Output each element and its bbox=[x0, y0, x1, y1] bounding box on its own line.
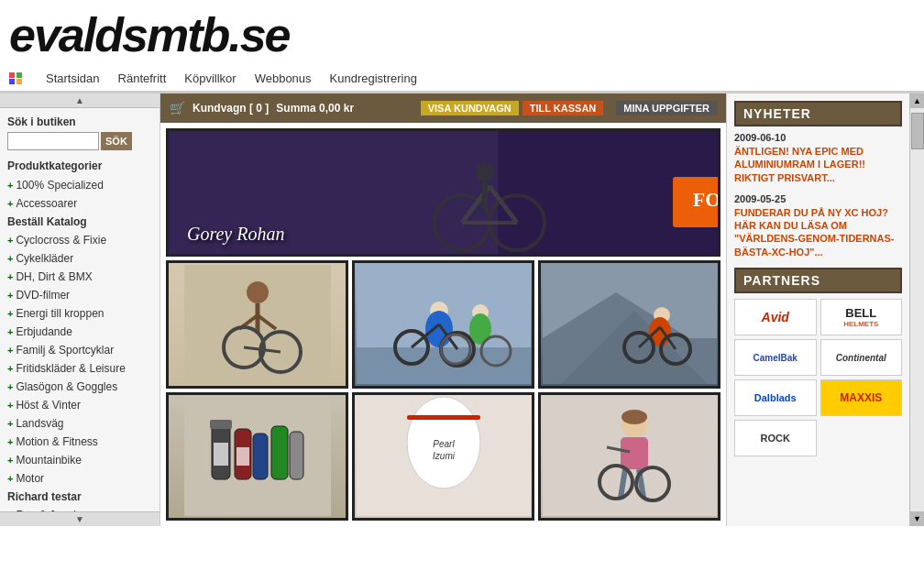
right-sidebar: NYHETER 2009-06-10 ÄNTLIGEN! NYA EPIC ME… bbox=[726, 93, 909, 526]
nav-kopvillkor[interactable]: Köpvillkor bbox=[184, 71, 236, 85]
sidebar-scroll-up[interactable]: ▲ bbox=[0, 93, 160, 108]
cart-label: Kundvagn [ 0 ] bbox=[192, 102, 269, 115]
biker-air-svg bbox=[184, 265, 331, 384]
image-pearl-izumi[interactable]: Pearl Izumi bbox=[352, 392, 534, 521]
news-date-1: 2009-06-10 bbox=[734, 132, 902, 143]
cat-richard-testar[interactable]: Richard testar bbox=[0, 488, 160, 506]
image-woman-bike[interactable] bbox=[538, 392, 720, 521]
svg-text:Izumi: Izumi bbox=[433, 451, 456, 461]
cat-motion-fitness[interactable]: +Motion & Fitness bbox=[0, 433, 160, 451]
cat-accessoarer[interactable]: +Accessoarer bbox=[0, 194, 160, 213]
svg-text:Pearl: Pearl bbox=[433, 439, 455, 449]
search-label: Sök i butiken bbox=[7, 115, 152, 128]
partner-camelbak[interactable]: CamelBak bbox=[734, 339, 817, 376]
nav-kundregistrering[interactable]: Kundregistrering bbox=[330, 71, 417, 85]
image-mountain-bike[interactable] bbox=[538, 260, 720, 389]
image-road-racing[interactable] bbox=[352, 260, 534, 389]
search-button[interactable]: SÖK bbox=[101, 132, 132, 150]
scroll-down-arrow: ▼ bbox=[75, 514, 84, 524]
cat-cykelklader[interactable]: +Cykelkläder bbox=[0, 249, 160, 268]
cat-bestall-katalog[interactable]: Beställ Katalog bbox=[0, 213, 160, 231]
cat-host-vinter[interactable]: +Höst & Vinter bbox=[0, 396, 160, 414]
partner-continental[interactable]: Continental bbox=[820, 339, 903, 376]
site-header: evaldsmtb.se bbox=[0, 0, 924, 66]
cat-dh-dirt-bmx[interactable]: +DH, Dirt & BMX bbox=[0, 268, 160, 286]
road-racing-svg bbox=[357, 265, 531, 384]
scroll-track bbox=[910, 108, 924, 511]
news-text-1[interactable]: ÄNTLIGEN! NYA EPIC MED ALUMINIUMRAM I LA… bbox=[734, 145, 902, 184]
categories-label: Produktkategorier bbox=[0, 154, 160, 176]
nav-webbonus[interactable]: Webbonus bbox=[255, 71, 312, 85]
cat-glasogon[interactable]: +Glasögon & Goggles bbox=[0, 378, 160, 396]
cat-100-specialized[interactable]: +100% Specialized bbox=[0, 176, 160, 194]
site-logo[interactable]: evaldsmtb.se bbox=[9, 7, 915, 62]
main-content: FOX Gorey Rohan bbox=[160, 123, 726, 526]
svg-rect-46 bbox=[290, 432, 303, 479]
cat-cyclocross[interactable]: +Cyclocross & Fixie bbox=[0, 231, 160, 249]
view-cart-button[interactable]: VISA KUNDVAGN bbox=[421, 101, 519, 115]
partner-bell[interactable]: BELL HELMETS bbox=[820, 299, 903, 335]
cart-bar: 🛒 Kundvagn [ 0 ] Summa 0,00 kr VISA KUND… bbox=[160, 93, 726, 123]
scroll-down-button[interactable]: ▼ bbox=[910, 511, 924, 526]
categories-list: +100% Specialized +Accessoarer Beställ K… bbox=[0, 176, 160, 524]
left-sidebar: ▲ Sök i butiken SÖK Produktkategorier +1… bbox=[0, 93, 160, 526]
nav-rantefritt[interactable]: Räntefritt bbox=[118, 71, 167, 85]
svg-point-22 bbox=[425, 311, 453, 347]
navigation-bar: Startsidan Räntefritt Köpvillkor Webbonu… bbox=[0, 66, 924, 92]
cat-familj[interactable]: +Familj & Sportcyklar bbox=[0, 341, 160, 359]
pearl-izumi-svg: Pearl Izumi bbox=[357, 397, 531, 516]
svg-point-7 bbox=[476, 163, 494, 181]
hero-text: Gorey Rohan bbox=[187, 224, 284, 245]
mountain-bike-svg bbox=[543, 265, 717, 384]
cat-dvd-filmer[interactable]: +DVD-filmer bbox=[0, 286, 160, 304]
sidebar-scroll-down[interactable]: ▼ bbox=[0, 511, 160, 526]
cat-landsvag[interactable]: +Landsväg bbox=[0, 414, 160, 433]
cat-fritidsklader[interactable]: +Fritidskläder & Leisure bbox=[0, 359, 160, 378]
svg-point-12 bbox=[247, 281, 269, 303]
news-item-1: 2009-06-10 ÄNTLIGEN! NYA EPIC MED ALUMIN… bbox=[734, 132, 902, 184]
scroll-up-arrow: ▲ bbox=[75, 95, 84, 105]
svg-rect-48 bbox=[236, 447, 249, 466]
partner-rock[interactable]: ROCK bbox=[734, 420, 817, 456]
svg-rect-57 bbox=[621, 437, 648, 469]
grid-icon bbox=[9, 72, 22, 85]
image-tools[interactable] bbox=[166, 392, 348, 521]
svg-rect-53 bbox=[407, 415, 480, 420]
news-date-2: 2009-05-25 bbox=[734, 193, 902, 204]
news-text-2[interactable]: FUNDERAR DU PÅ NY XC HOJ? HÄR KAN DU LÄS… bbox=[734, 206, 902, 258]
scroll-up-button[interactable]: ▲ bbox=[910, 93, 924, 108]
right-scrollbar: ▲ ▼ bbox=[909, 93, 924, 526]
svg-rect-42 bbox=[210, 420, 232, 429]
main-wrapper: ▲ Sök i butiken SÖK Produktkategorier +1… bbox=[0, 92, 924, 526]
content-area: 🛒 Kundvagn [ 0 ] Summa 0,00 kr VISA KUND… bbox=[160, 93, 726, 526]
partner-avid[interactable]: Avid bbox=[734, 299, 817, 335]
cart-info: 🛒 Kundvagn [ 0 ] Summa 0,00 kr bbox=[170, 101, 354, 115]
partners-grid: Avid BELL HELMETS CamelBak Continental D… bbox=[734, 299, 902, 456]
partner-maxxis[interactable]: MAXXIS bbox=[820, 379, 903, 416]
svg-rect-44 bbox=[253, 434, 268, 479]
cat-erbjudande[interactable]: +Erbjudande bbox=[0, 323, 160, 341]
cart-icon: 🛒 bbox=[170, 101, 185, 115]
cat-motor[interactable]: +Motor bbox=[0, 469, 160, 488]
checkout-button[interactable]: TILL KASSAN bbox=[522, 101, 604, 115]
nav-startsidan[interactable]: Startsidan bbox=[46, 71, 100, 85]
partner-dalblads[interactable]: Dalblads bbox=[734, 379, 817, 416]
cat-mountainbike[interactable]: +Mountainbike bbox=[0, 451, 160, 469]
svg-rect-45 bbox=[271, 426, 288, 479]
svg-text:FOX: FOX bbox=[693, 188, 718, 211]
cat-energi[interactable]: +Energi till kroppen bbox=[0, 304, 160, 323]
woman-bike-svg bbox=[543, 397, 717, 516]
search-row: SÖK bbox=[7, 132, 152, 150]
scroll-thumb[interactable] bbox=[911, 113, 924, 149]
hero-banner: FOX Gorey Rohan bbox=[166, 128, 720, 257]
my-info-button[interactable]: MINA UPPGIFTER bbox=[616, 101, 717, 115]
cart-sum: Summa 0,00 kr bbox=[276, 102, 354, 115]
tools-svg bbox=[184, 397, 331, 516]
image-row-2: Pearl Izumi bbox=[166, 392, 720, 521]
image-biker-air[interactable] bbox=[166, 260, 348, 389]
svg-rect-20 bbox=[357, 347, 531, 384]
search-input[interactable] bbox=[7, 132, 99, 150]
image-row-1 bbox=[166, 260, 720, 389]
svg-rect-47 bbox=[214, 443, 228, 466]
news-header: NYHETER bbox=[734, 101, 902, 126]
